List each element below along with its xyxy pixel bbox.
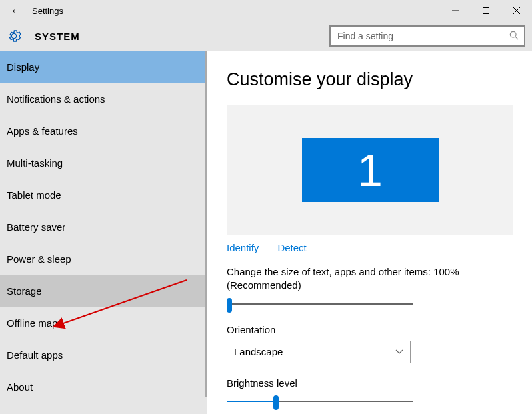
gear-icon (7, 29, 21, 43)
monitor-tile[interactable]: 1 (302, 138, 439, 202)
svg-line-5 (515, 37, 518, 39)
sidebar-item-notifications[interactable]: Notifications & actions (0, 83, 207, 115)
page-heading: Customise your display (227, 69, 512, 90)
maximize-button[interactable] (471, 0, 501, 21)
sidebar-item-storage[interactable]: Storage (0, 275, 207, 307)
svg-point-4 (510, 31, 516, 37)
main-panel: Customise your display 1 Identify Detect… (207, 51, 532, 414)
orientation-dropdown[interactable]: Landscape (227, 341, 411, 363)
slider-thumb[interactable] (273, 395, 279, 410)
search-input[interactable]: Find a setting (329, 25, 525, 47)
scale-label: Change the size of text, apps and other … (227, 265, 512, 293)
monitor-number: 1 (357, 144, 383, 196)
scale-slider[interactable] (227, 297, 413, 313)
sidebar-item-display[interactable]: Display (0, 51, 207, 83)
svg-rect-1 (483, 8, 489, 14)
minimize-icon (452, 7, 459, 14)
sidebar-item-offline-maps[interactable]: Offline maps (0, 307, 207, 339)
display-preview[interactable]: 1 (227, 105, 513, 235)
search-placeholder: Find a setting (337, 31, 393, 41)
sidebar-item-apps[interactable]: Apps & features (0, 115, 207, 147)
chevron-down-icon (395, 347, 403, 357)
sidebar-item-tablet[interactable]: Tablet mode (0, 179, 207, 211)
sidebar-item-multitasking[interactable]: Multi-tasking (0, 147, 207, 179)
orientation-value: Landscape (234, 346, 283, 357)
back-button[interactable]: ← (0, 4, 32, 18)
identify-link[interactable]: Identify (227, 242, 259, 253)
sidebar-item-about[interactable]: About (0, 371, 207, 403)
sidebar-item-battery[interactable]: Battery saver (0, 211, 207, 243)
sidebar-item-default-apps[interactable]: Default apps (0, 339, 207, 371)
detect-link[interactable]: Detect (277, 242, 306, 253)
minimize-button[interactable] (440, 0, 471, 21)
maximize-icon (483, 7, 489, 14)
sidebar: Display Notifications & actions Apps & f… (0, 51, 207, 414)
sidebar-item-power[interactable]: Power & sleep (0, 243, 207, 275)
search-icon (509, 31, 519, 42)
section-title: SYSTEM (35, 31, 80, 42)
close-button[interactable] (501, 0, 532, 21)
window-title: Settings (32, 6, 63, 16)
brightness-label: Brightness level (227, 377, 512, 390)
slider-thumb[interactable] (227, 298, 232, 313)
close-icon (513, 7, 520, 14)
brightness-slider[interactable] (227, 394, 413, 410)
orientation-label: Orientation (227, 323, 512, 337)
sidebar-scrollbar[interactable] (205, 51, 207, 397)
